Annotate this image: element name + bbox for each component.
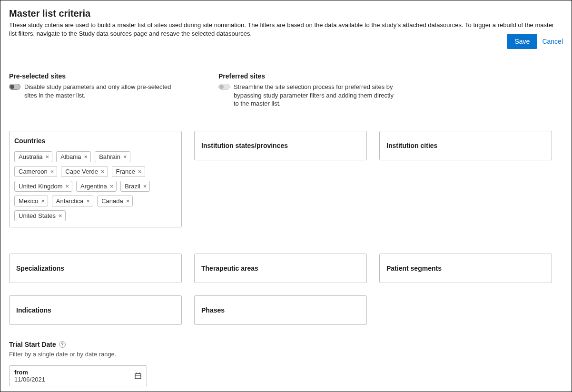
trial-start-label: Trial Start Date xyxy=(9,341,56,348)
indications-filter[interactable]: Indications xyxy=(9,295,182,325)
preselected-sites-block: Pre-selected sites Disable study paramet… xyxy=(9,72,185,108)
close-icon[interactable]: × xyxy=(66,183,69,190)
chip-label: Antarctica xyxy=(56,197,84,205)
preferred-heading: Preferred sites xyxy=(218,72,394,80)
chip-label: Bahrain xyxy=(99,153,120,160)
country-chip[interactable]: United States× xyxy=(14,210,66,221)
date-from-input[interactable]: from 11/06/2021 xyxy=(9,365,147,386)
therapeutic-areas-filter[interactable]: Therapeutic areas xyxy=(194,254,367,283)
close-icon[interactable]: × xyxy=(138,168,142,175)
close-icon[interactable]: × xyxy=(84,153,88,160)
phases-label: Phases xyxy=(201,306,360,314)
country-chip[interactable]: Antarctica× xyxy=(52,196,93,206)
chip-label: Cape Verde xyxy=(65,168,98,175)
country-chip[interactable]: Cape Verde× xyxy=(61,166,108,177)
chip-label: Canada xyxy=(101,197,123,205)
save-button[interactable]: Save xyxy=(507,34,537,49)
specializations-filter[interactable]: Specializations xyxy=(9,254,182,283)
country-chip[interactable]: Australia× xyxy=(14,151,52,162)
patient-segments-label: Patient segments xyxy=(386,265,545,272)
cities-filter[interactable]: Institution cities xyxy=(379,131,552,160)
specializations-label: Specializations xyxy=(16,265,175,272)
states-filter[interactable]: Institution states/provinces xyxy=(194,131,367,160)
close-icon[interactable]: × xyxy=(87,197,90,205)
country-chip[interactable]: Brazil× xyxy=(120,181,150,192)
trial-start-subtext: Filter by a single date or by date range… xyxy=(9,351,563,358)
close-icon[interactable]: × xyxy=(59,212,62,219)
svg-rect-0 xyxy=(135,373,141,379)
preselected-heading: Pre-selected sites xyxy=(9,72,185,80)
chip-label: Brazil xyxy=(125,183,140,190)
country-chip[interactable]: United Kingdom× xyxy=(14,181,72,192)
preferred-description: Streamline the site selection process fo… xyxy=(234,83,394,108)
countries-filter[interactable]: Countries Australia×Albania×Bahrain×Came… xyxy=(9,131,182,227)
country-chip[interactable]: Bahrain× xyxy=(95,151,130,162)
chip-label: United Kingdom xyxy=(19,183,63,190)
close-icon[interactable]: × xyxy=(41,197,45,205)
country-chip[interactable]: Canada× xyxy=(97,196,133,206)
preferred-toggle[interactable] xyxy=(218,84,230,90)
chip-label: Albania xyxy=(60,153,81,160)
country-chip[interactable]: France× xyxy=(112,166,145,177)
indications-label: Indications xyxy=(16,306,175,314)
close-icon[interactable]: × xyxy=(123,153,127,160)
country-chip[interactable]: Argentina× xyxy=(76,181,117,192)
states-label: Institution states/provinces xyxy=(201,142,360,149)
country-chip[interactable]: Mexico× xyxy=(14,196,48,206)
cities-label: Institution cities xyxy=(386,142,545,149)
therapeutic-areas-label: Therapeutic areas xyxy=(201,265,360,272)
chip-label: Cameroon xyxy=(19,168,48,175)
page-title: Master list criteria xyxy=(9,8,563,19)
page-description: These study criteria are used to build a… xyxy=(9,21,556,38)
preselected-description: Disable study parameters and only allow … xyxy=(24,83,185,99)
cancel-link[interactable]: Cancel xyxy=(542,38,563,45)
date-from-label: from xyxy=(14,369,45,376)
calendar-icon[interactable] xyxy=(134,372,142,380)
trial-start-heading: Trial Start Date ? xyxy=(9,341,66,348)
preferred-sites-block: Preferred sites Streamline the site sele… xyxy=(218,72,394,108)
chip-label: France xyxy=(116,168,135,175)
close-icon[interactable]: × xyxy=(143,183,147,190)
help-icon[interactable]: ? xyxy=(59,341,66,348)
patient-segments-filter[interactable]: Patient segments xyxy=(379,254,552,283)
chip-label: Australia xyxy=(19,153,43,160)
country-chip[interactable]: Cameroon× xyxy=(14,166,57,177)
chip-label: Argentina xyxy=(80,183,107,190)
country-chip[interactable]: Albania× xyxy=(56,151,91,162)
close-icon[interactable]: × xyxy=(101,168,105,175)
date-from-value: 11/06/2021 xyxy=(14,376,45,383)
phases-filter[interactable]: Phases xyxy=(194,295,367,325)
close-icon[interactable]: × xyxy=(50,168,54,175)
countries-label: Countries xyxy=(14,137,177,145)
close-icon[interactable]: × xyxy=(110,183,114,190)
close-icon[interactable]: × xyxy=(126,197,130,205)
close-icon[interactable]: × xyxy=(46,153,49,160)
chip-label: United States xyxy=(19,212,56,219)
chip-label: Mexico xyxy=(19,197,38,205)
preselected-toggle[interactable] xyxy=(9,84,20,90)
